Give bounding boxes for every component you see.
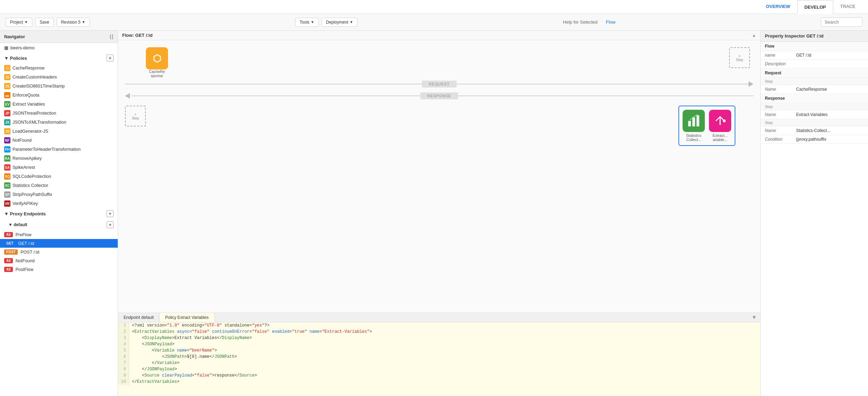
method-badge-all-postflow: All [4,267,13,272]
deployment-button[interactable]: Deployment ▼ [322,18,358,27]
cache-response-step-label: CacheResponse [149,69,165,78]
extract-variables-step-icon [709,110,731,132]
policy-item-jsonthreat[interactable]: JP JSONThreatProtection [0,109,118,118]
policy-item-verifyapikey[interactable]: VK VerifyAPIKey [0,199,118,208]
default-endpoint-header[interactable]: ▼ default + [0,219,118,230]
code-panel-collapse-icon[interactable]: ▼ [748,314,760,321]
statistics-step-icon [683,110,705,132]
navigator-title: Navigator [4,34,25,39]
property-description-row: Description [761,60,868,68]
property-name-row: name GET /:id [761,51,868,60]
policy-item-createcustomheaders[interactable]: JS CreateCustomHeaders [0,73,118,82]
property-condition-value[interactable]: (proxy.pathsuffix [796,137,826,142]
policy-item-jsontoxml[interactable]: JX JSONToXMLTransformation [0,118,118,127]
policy-item-sqlcode[interactable]: SQ SQLCodeProtection [0,172,118,181]
statistics-step[interactable]: StatisticsCollect... [683,110,705,142]
policy-item-spikearrest[interactable]: SA SpikeArrest [0,163,118,172]
policy-item-enforcequota[interactable]: ▬ EnforceQuota [0,91,118,100]
proxy-endpoints-section-header[interactable]: ▼ Proxy Endpoints + [0,208,118,219]
property-condition-row: Condition (proxy.pathsuffix [761,135,868,144]
extractvariables-icon: EV [4,101,10,107]
property-cacheresp-name-value[interactable]: CacheResponse [796,87,827,92]
toolbar: Project ▼ Save Revision 5 ▼ Tools ▼ Depl… [0,14,868,31]
endpoint-post-id[interactable]: POST POST /:id [0,248,118,256]
project-button[interactable]: Project ▼ [6,18,32,27]
save-button[interactable]: Save [35,18,53,27]
add-policy-button[interactable]: + [107,55,114,61]
request-label: REQUEST [422,81,457,88]
jsonthreat-icon: JP [4,110,10,116]
code-line-3: 3 <DisplayName>Extract Variables</Displa… [118,335,760,341]
property-condition-label: Condition [765,137,796,142]
endpoint-notfound[interactable]: All NotFound [0,256,118,265]
add-step-response-button[interactable]: + Step [125,106,146,126]
policy-item-removeapikey[interactable]: RA RemoveApikey [0,154,118,163]
flow-collapse-icon[interactable]: ▲ [752,33,756,38]
revision-button[interactable]: Revision 5 ▼ [57,18,90,27]
search-input[interactable] [821,17,862,27]
tab-endpoint-default[interactable]: Endpoint default [118,313,160,322]
cache-response-step[interactable]: ⬡ CacheResponse [146,47,168,78]
endpoint-preflow[interactable]: All PreFlow [0,230,118,239]
flow-canvas: + Step ⬡ CacheResponse REQUEST RESPONSE [118,40,760,313]
project-item[interactable]: ▦ beers-demo [0,43,118,52]
property-flow-section: Flow [761,42,868,51]
request-arrowhead-icon [749,81,753,87]
jsontoxml-icon: JX [4,119,10,125]
property-statscollect-name-row: Name Statistics-Collect... [761,126,868,135]
svg-rect-2 [696,115,699,126]
response-label: RESPONSE [420,92,458,99]
policy-item-statistics[interactable]: SC Statistics Collector [0,181,118,190]
nav-trace[interactable]: TRACE [833,0,862,14]
method-badge-post: POST [4,249,18,255]
property-inspector-header: Property Inspector GET /:id [761,31,868,42]
policy-item-paramheader[interactable]: PH ParameterToHeaderTransformation [0,145,118,154]
flow-help-link[interactable]: Flow [606,19,615,25]
notfound-icon: NF [4,137,10,143]
property-inspector: Property Inspector GET /:id Flow name GE… [760,31,868,396]
policy-item-extractvariables[interactable]: EV Extract Variables [0,100,118,109]
paramheader-icon: PH [4,146,10,152]
policies-section-header[interactable]: ▼ Policies + [0,52,118,64]
endpoint-postflow[interactable]: All PostFlow [0,265,118,274]
navigator-collapse-icon[interactable]: ⟨⟨ [109,33,114,40]
policy-item-stripproxy[interactable]: SP StripProxyPathSuffix [0,190,118,199]
tools-button[interactable]: Tools ▼ [295,18,319,27]
createcustomheaders-icon: JS [4,74,10,80]
property-extractvars-name-value[interactable]: Extract-Variables [796,112,827,117]
property-response-step-section1: Step [761,103,868,110]
navigator-sidebar: Navigator ⟨⟨ ▦ beers-demo ▼ Policies + ⬡… [0,31,118,396]
response-arrowhead-icon [125,93,130,99]
property-request-section: Request [761,68,868,78]
top-navigation: OVERVIEW DEVELOP TRACE [0,0,868,14]
endpoint-get-id[interactable]: GET GET /:id [0,239,118,248]
policy-item-notfound[interactable]: NF NotFound [0,136,118,145]
loadgenerator-icon: JS [4,128,10,134]
policy-item-loadgenerator[interactable]: JS LoadGenerator-JS [0,127,118,136]
nav-overview[interactable]: OVERVIEW [759,0,797,14]
extract-variables-step[interactable]: Extract...ariable... [709,110,731,142]
property-description-label: Description [765,61,796,66]
svg-rect-0 [688,121,691,126]
flow-header: Flow: GET /:id ▲ [118,31,760,40]
property-name-value[interactable]: GET /:id [796,53,811,58]
property-extractvars-name-label: Name [765,112,796,117]
code-tabs: Endpoint default Policy Extract Variable… [118,313,760,322]
cache-response-step-icon: ⬡ [146,47,168,69]
tab-policy-extract[interactable]: Policy Extract Variables [160,313,215,322]
code-line-4: 4 <JSONPayload> [118,341,760,347]
help-text: Help for Selected [563,19,598,25]
code-line-6: 6 <JSONPath>$[0].name</JSONPath> [118,354,760,360]
property-statscollect-name-value[interactable]: Statistics-Collect... [796,128,831,133]
statistics-icon: SC [4,182,10,189]
add-step-top-button[interactable]: + Step [729,47,750,68]
spikearrest-icon: SA [4,164,10,171]
add-default-endpoint-button[interactable]: + [107,221,114,228]
code-line-7: 7 </Variable> [118,360,760,366]
code-line-9: 9 <Source clearPayload="false">response<… [118,372,760,379]
nav-develop[interactable]: DEVELOP [797,0,833,14]
add-endpoint-button[interactable]: + [107,210,114,217]
selected-steps-group: StatisticsCollect... Extract...ariable..… [678,106,735,146]
policy-item-createiso[interactable]: JS CreateISO8601TimeStamp [0,82,118,91]
policy-item-cacheresponse[interactable]: ⬡ CacheResponse [0,64,118,73]
